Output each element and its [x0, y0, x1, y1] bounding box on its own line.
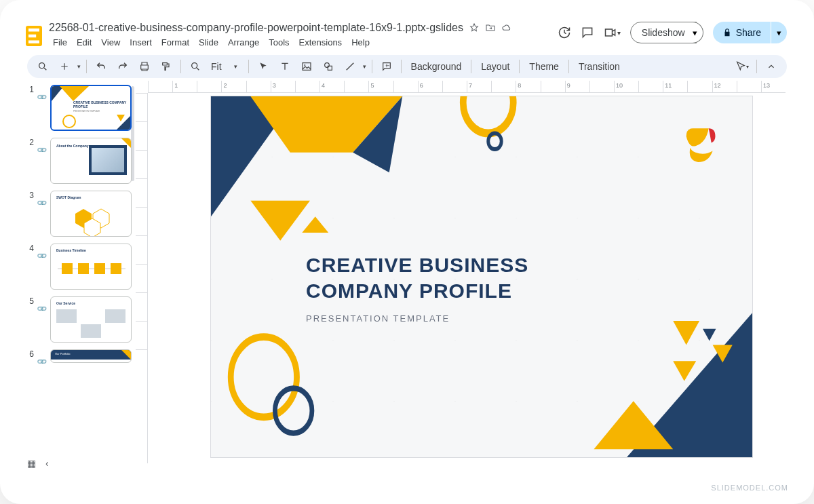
comments-icon[interactable] [581, 26, 594, 39]
slide-thumbnail-6[interactable]: Our Portfolio [50, 349, 132, 363]
search-menus-icon[interactable] [34, 58, 52, 75]
svg-rect-2 [303, 63, 311, 71]
svg-marker-25 [302, 216, 328, 233]
menu-tools[interactable]: Tools [265, 35, 293, 50]
slideshow-dropdown[interactable]: ▾ [687, 22, 703, 43]
svg-point-28 [231, 337, 296, 417]
watermark: SLIDEMODEL.COM [711, 484, 788, 492]
new-slide-button[interactable] [56, 58, 73, 75]
chevron-down-icon[interactable]: ▾ [77, 63, 81, 70]
link-icon: 🔗 [37, 197, 47, 208]
chevron-down-icon[interactable]: ▾ [363, 63, 366, 70]
slide-thumbnail-5[interactable]: Our Service [50, 296, 132, 343]
share-button[interactable]: Share [713, 22, 771, 43]
shape-tool[interactable] [319, 58, 337, 75]
vertical-ruler [136, 93, 148, 463]
layout-button[interactable]: Layout [477, 61, 513, 72]
svg-rect-19 [111, 263, 121, 274]
redo-button[interactable] [114, 58, 132, 75]
undo-button[interactable] [92, 58, 110, 75]
link-icon: 🔗 [37, 91, 47, 102]
menu-file[interactable]: File [49, 35, 71, 50]
slideshow-button[interactable]: Slideshow [630, 22, 697, 43]
zoom-icon[interactable] [187, 58, 204, 75]
svg-rect-16 [62, 263, 73, 274]
document-name[interactable]: 22568-01-creative-business-company-profi… [49, 22, 463, 34]
menu-arrange[interactable]: Arrange [224, 35, 263, 50]
mode-cursor-icon[interactable]: ▾ [733, 58, 751, 75]
prev-slide-icon[interactable]: ‹ [45, 458, 49, 469]
canvas: 12345678910111213 [136, 81, 794, 471]
lock-icon [722, 28, 732, 37]
slides-logo-icon [26, 26, 42, 46]
svg-marker-35 [673, 361, 696, 381]
svg-point-10 [63, 115, 75, 128]
menu-extensions[interactable]: Extensions [295, 35, 347, 50]
meet-icon[interactable] [604, 26, 617, 39]
workspace: 1 🔗 CREATIVE BUSINESS COMPANY PROFILE PR… [20, 81, 794, 471]
link-icon: 🔗 [37, 250, 47, 260]
svg-point-4 [324, 63, 329, 68]
paint-format-button[interactable] [157, 58, 175, 75]
menu-slide[interactable]: Slide [195, 35, 222, 50]
link-icon: 🔗 [37, 355, 47, 366]
slide-title[interactable]: CREATIVE BUSINESS COMPANY PROFILE [306, 252, 528, 303]
grid-view-icon[interactable]: ▦ [27, 458, 36, 469]
slide-subtitle[interactable]: PRESENTATION TEMPLATE [306, 313, 450, 324]
menubar: File Edit View Insert Format Slide Arran… [49, 35, 551, 50]
svg-marker-7 [60, 86, 89, 101]
move-to-folder-icon[interactable] [485, 22, 496, 33]
star-icon[interactable] [469, 22, 480, 33]
slide-thumbnail-1[interactable]: CREATIVE BUSINESS COMPANY PROFILE PRESEN… [50, 85, 132, 131]
google-slides-app: 22568-01-creative-business-company-profi… [20, 18, 794, 471]
slide-thumbnail-2[interactable]: About the Company [50, 138, 132, 184]
comment-button[interactable] [378, 58, 395, 75]
chevron-down-icon[interactable]: ▾ [229, 63, 243, 70]
image-tool[interactable] [298, 58, 315, 75]
zoom-level[interactable]: Fit [207, 61, 226, 72]
textbox-tool[interactable] [276, 58, 294, 75]
slide-thumbnail-4[interactable]: Business Timeline [50, 244, 132, 290]
history-icon[interactable] [558, 26, 571, 39]
menu-help[interactable]: Help [347, 35, 374, 50]
print-button[interactable] [136, 58, 153, 75]
thumb-number: 1 [27, 85, 34, 94]
titlebar: 22568-01-creative-business-company-profi… [20, 18, 794, 50]
svg-rect-17 [78, 263, 89, 274]
line-tool[interactable] [341, 58, 359, 75]
select-tool[interactable] [254, 58, 272, 75]
hide-menus-icon[interactable] [762, 58, 780, 75]
menu-insert[interactable]: Insert [125, 35, 156, 50]
menu-format[interactable]: Format [157, 35, 193, 50]
svg-point-0 [39, 63, 45, 69]
transition-button[interactable]: Transition [575, 61, 624, 72]
menu-edit[interactable]: Edit [73, 35, 96, 50]
filmstrip: 1 🔗 CREATIVE BUSINESS COMPANY PROFILE PR… [20, 81, 136, 471]
slide-thumbnail-3[interactable]: SWOT Diagram [50, 191, 132, 237]
svg-marker-32 [673, 321, 699, 345]
svg-marker-24 [250, 201, 310, 241]
svg-marker-9 [117, 115, 125, 121]
menu-view[interactable]: View [97, 35, 124, 50]
svg-marker-33 [703, 329, 716, 341]
chevron-down-icon[interactable]: ▾ [617, 29, 621, 37]
link-icon: 🔗 [37, 144, 47, 155]
svg-marker-20 [121, 350, 131, 360]
share-dropdown[interactable]: ▾ [771, 22, 787, 43]
theme-button[interactable]: Theme [525, 61, 563, 72]
slide-canvas[interactable]: CREATIVE BUSINESS COMPANY PROFILE PRESEN… [210, 96, 753, 458]
horizontal-ruler: 12345678910111213 [148, 81, 786, 93]
toolbar: ▾ Fit ▾ ▾ Background Layout Theme Transi… [27, 55, 787, 78]
link-icon: 🔗 [37, 303, 47, 313]
svg-marker-11 [121, 138, 131, 148]
svg-rect-18 [94, 263, 105, 274]
background-button[interactable]: Background [407, 61, 466, 72]
svg-point-3 [304, 64, 305, 66]
svg-point-26 [463, 96, 513, 133]
svg-point-1 [192, 63, 197, 69]
cloud-status-icon[interactable] [501, 22, 512, 33]
